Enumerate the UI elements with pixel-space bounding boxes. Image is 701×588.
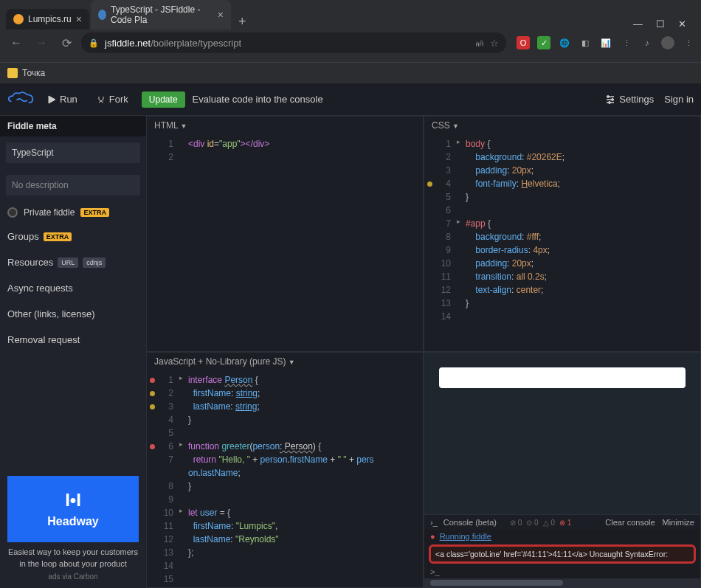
- console-status: ⊘ 0 ⊙ 0 △ 0 ⊗ 1: [510, 519, 571, 527]
- console-expand-icon[interactable]: ›_: [430, 518, 438, 527]
- scrollbar-thumb[interactable]: [430, 580, 563, 586]
- sidebar-item-removal[interactable]: Removal request: [0, 327, 146, 353]
- console-error-highlighted[interactable]: <a class='gotoLine' href='#41:11'>41:11<…: [429, 544, 696, 564]
- js-editor[interactable]: 1▸interface Person { 2 firstName: string…: [147, 370, 423, 587]
- address-bar: ← → ⟳ 🔒 jsfiddle.net/boilerplate/typescr…: [0, 30, 701, 56]
- settings-button[interactable]: Settings: [605, 94, 654, 105]
- close-window-icon[interactable]: ✕: [678, 18, 686, 30]
- close-icon[interactable]: ×: [218, 9, 224, 21]
- extra-badge: EXTRA: [44, 232, 72, 241]
- svg-point-0: [607, 95, 610, 97]
- fiddle-title-field[interactable]: TypeScript: [6, 142, 140, 163]
- sidebar-header: Fiddle meta: [0, 116, 146, 136]
- extension-icons: O ✓ 🌐 ◧ 📊 ⋮ ♪ ⋮: [517, 36, 695, 49]
- css-panel: CSS ▼ 1▸body { 2 background: #20262E; 3 …: [424, 116, 701, 352]
- private-fiddle-toggle[interactable]: Private fiddle EXTRA: [0, 201, 146, 224]
- clear-console-button[interactable]: Clear console: [605, 518, 655, 527]
- star-icon[interactable]: ☆: [490, 38, 499, 49]
- chevron-down-icon: ▼: [289, 359, 295, 366]
- back-button[interactable]: ←: [6, 36, 27, 49]
- minimize-console-button[interactable]: Minimize: [663, 518, 694, 527]
- chevron-down-icon: ▼: [181, 122, 187, 130]
- bookmark-item[interactable]: Точка: [22, 68, 45, 78]
- url-bar[interactable]: 🔒 jsfiddle.net/boilerplate/typescript 🗚 …: [81, 32, 506, 53]
- sidebar-item-other[interactable]: Other (links, license): [0, 301, 146, 327]
- css-editor[interactable]: 1▸body { 2 background: #20262E; 3 paddin…: [424, 134, 700, 351]
- result-area: [424, 353, 700, 514]
- translate-icon[interactable]: 🗚: [474, 38, 484, 49]
- chevron-down-icon: ▼: [452, 122, 459, 130]
- lock-icon: 🔒: [89, 38, 99, 48]
- run-button[interactable]: Run: [41, 91, 83, 108]
- bookmark-bar: Точка: [0, 63, 701, 83]
- opera-icon[interactable]: O: [517, 36, 530, 49]
- console-label: Console (beta): [443, 518, 497, 527]
- ext-icon[interactable]: ◧: [579, 36, 592, 49]
- signin-button[interactable]: Sign in: [664, 94, 694, 105]
- console-bar: ›_ Console (beta) ⊘ 0 ⊙ 0 △ 0 ⊗ 1 Clear …: [424, 514, 700, 530]
- ad-box: I•I Headway: [7, 476, 139, 542]
- sidebar-item-resources[interactable]: Resources URL cdnjs: [0, 249, 146, 275]
- css-panel-header[interactable]: CSS ▼: [424, 117, 700, 134]
- browser-tab-lumpics[interactable]: Lumpics.ru ×: [6, 9, 89, 30]
- ad-text: Easiest way to keep your customers in th…: [7, 547, 139, 570]
- url-badge: URL: [58, 257, 78, 268]
- svg-point-2: [609, 101, 611, 103]
- ext-icon[interactable]: 📊: [599, 36, 612, 49]
- console-prompt[interactable]: >_: [424, 565, 700, 578]
- headway-logo-icon: I•I: [65, 490, 81, 511]
- svg-point-1: [612, 98, 614, 100]
- sidebar-item-groups[interactable]: Groups EXTRA: [0, 224, 146, 249]
- globe-icon[interactable]: 🌐: [558, 36, 571, 49]
- horizontal-scrollbar[interactable]: [424, 578, 700, 587]
- reload-button[interactable]: ⟳: [56, 36, 77, 50]
- sidebar: Fiddle meta TypeScript No description Pr…: [0, 116, 146, 588]
- error-dot-icon: ●: [430, 532, 435, 541]
- sidebar-item-async[interactable]: Async requests: [0, 275, 146, 301]
- fiddle-description-field[interactable]: No description: [6, 175, 140, 196]
- url-path: /boilerplate/typescript: [151, 38, 241, 49]
- menu-icon[interactable]: ⋮: [682, 36, 695, 49]
- editor-panels: HTML ▼ 1<div id="app"></div> 2 CSS ▼ 1▸b…: [146, 116, 701, 588]
- jsfiddle-app: Run Fork Update Evaluate code into the c…: [0, 83, 701, 588]
- tab-title: Lumpics.ru: [28, 14, 72, 24]
- browser-chrome: Lumpics.ru × TypeScript - JSFiddle - Cod…: [0, 0, 701, 63]
- url-domain: jsfiddle.net: [105, 38, 151, 49]
- html-editor[interactable]: 1<div id="app"></div> 2: [147, 134, 423, 351]
- forward-button[interactable]: →: [31, 36, 52, 49]
- window-controls: — ☐ ✕: [633, 18, 695, 30]
- tab-title: TypeScript - JSFiddle - Code Pla: [111, 4, 213, 25]
- new-tab-button[interactable]: +: [232, 14, 252, 30]
- evaluate-button[interactable]: Evaluate code into the console: [193, 94, 323, 105]
- ext-icon[interactable]: ✓: [537, 36, 550, 49]
- tab-bar: Lumpics.ru × TypeScript - JSFiddle - Cod…: [0, 0, 701, 30]
- ext-icon[interactable]: ⋮: [620, 36, 633, 49]
- maximize-icon[interactable]: ☐: [656, 18, 665, 30]
- playlist-icon[interactable]: ♪: [640, 36, 654, 49]
- js-panel-header[interactable]: JavaScript + No-Library (pure JS) ▼: [147, 353, 423, 370]
- console-body: ● Running fiddle <a class='gotoLine' hre…: [424, 530, 700, 587]
- sidebar-ad[interactable]: I•I Headway Easiest way to keep your cus…: [0, 468, 146, 588]
- cdnjs-badge: cdnjs: [83, 257, 106, 268]
- result-app-box: [439, 367, 686, 388]
- html-panel-header[interactable]: HTML ▼: [147, 117, 423, 134]
- ad-via: ads via Carbon: [7, 573, 139, 581]
- minimize-icon[interactable]: —: [633, 18, 643, 30]
- html-panel: HTML ▼ 1<div id="app"></div> 2: [146, 116, 424, 352]
- toggle-icon: [7, 207, 18, 218]
- avatar[interactable]: [661, 36, 674, 49]
- js-panel: JavaScript + No-Library (pure JS) ▼ 1▸in…: [146, 352, 424, 588]
- console-line-running: ● Running fiddle: [424, 530, 700, 543]
- favicon: [13, 14, 24, 24]
- browser-tab-jsfiddle[interactable]: TypeScript - JSFiddle - Code Pla ×: [91, 0, 231, 30]
- result-panel: ›_ Console (beta) ⊘ 0 ⊙ 0 △ 0 ⊗ 1 Clear …: [424, 352, 701, 588]
- fork-button[interactable]: Fork: [91, 91, 134, 108]
- update-button[interactable]: Update: [142, 91, 185, 108]
- favicon: [98, 10, 106, 20]
- close-icon[interactable]: ×: [76, 13, 82, 25]
- extra-badge: EXTRA: [80, 208, 109, 217]
- folder-icon: [7, 68, 18, 78]
- jsfiddle-logo[interactable]: [7, 91, 34, 108]
- app-topbar: Run Fork Update Evaluate code into the c…: [0, 83, 701, 116]
